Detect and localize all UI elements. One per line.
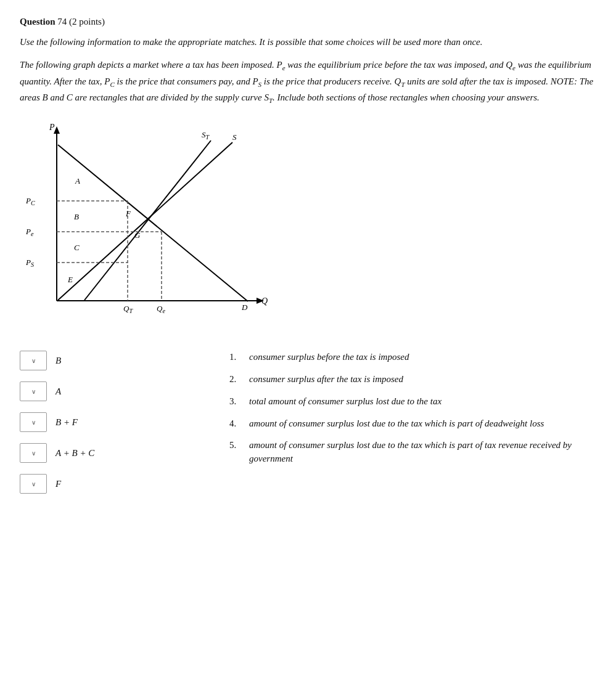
svg-text:QT: QT xyxy=(123,304,133,314)
chevron-down-icon: ∨ xyxy=(31,357,36,364)
right-item-3: 3. total amount of consumer surplus lost… xyxy=(229,395,596,409)
svg-line-6 xyxy=(58,145,248,301)
right-item-4: 4. amount of consumer surplus lost due t… xyxy=(229,417,596,431)
instructions: Use the following information to make th… xyxy=(20,35,596,49)
match-row-1: ∨ B xyxy=(20,351,217,370)
graph-container: P Q D S ST PC Pe PS xyxy=(20,119,596,333)
right-column: 1. consumer surplus before the tax is im… xyxy=(229,351,596,494)
svg-text:S: S xyxy=(232,133,237,142)
right-desc-5: amount of consumer surplus lost due to t… xyxy=(249,439,596,466)
right-desc-3: total amount of consumer surplus lost du… xyxy=(249,395,441,409)
right-item-1: 1. consumer surplus before the tax is im… xyxy=(229,351,596,364)
svg-text:G: G xyxy=(134,230,141,240)
svg-text:F: F xyxy=(125,209,131,218)
svg-text:D: D xyxy=(241,303,248,312)
dropdown-2[interactable]: ∨ xyxy=(20,381,47,401)
supply-demand-graph: P Q D S ST PC Pe PS xyxy=(20,119,279,328)
match-row-3: ∨ B + F xyxy=(20,412,217,432)
right-num-5: 5. xyxy=(229,439,243,466)
svg-text:A: A xyxy=(75,176,80,186)
chevron-down-icon-3: ∨ xyxy=(31,419,36,426)
chevron-down-icon-4: ∨ xyxy=(31,450,36,457)
svg-text:Pe: Pe xyxy=(25,227,34,237)
svg-text:Q: Q xyxy=(261,296,268,306)
right-desc-2: consumer surplus after the tax is impose… xyxy=(249,373,403,386)
svg-line-10 xyxy=(84,141,211,300)
answer-4: A + B + C xyxy=(55,446,94,460)
dropdown-3[interactable]: ∨ xyxy=(20,412,47,432)
svg-text:P: P xyxy=(49,123,55,132)
matching-section: ∨ B ∨ A ∨ B + F ∨ A + B + C xyxy=(20,351,596,494)
svg-text:E: E xyxy=(67,275,73,284)
description: The following graph depicts a market whe… xyxy=(20,57,596,107)
right-num-2: 2. xyxy=(229,373,243,386)
svg-text:Qe: Qe xyxy=(157,304,165,314)
answer-3: B + F xyxy=(55,415,78,430)
question-title: Question 74 (2 points) xyxy=(20,15,596,29)
svg-text:C: C xyxy=(74,243,80,252)
right-num-4: 4. xyxy=(229,417,243,431)
right-num-3: 3. xyxy=(229,395,243,409)
dropdown-4[interactable]: ∨ xyxy=(20,443,47,463)
svg-text:PS: PS xyxy=(25,258,34,268)
svg-text:ST: ST xyxy=(202,130,210,141)
chevron-down-icon-5: ∨ xyxy=(31,481,36,487)
left-column: ∨ B ∨ A ∨ B + F ∨ A + B + C xyxy=(20,351,229,494)
right-num-1: 1. xyxy=(229,351,243,364)
right-item-5: 5. amount of consumer surplus lost due t… xyxy=(229,439,596,466)
answer-1: B xyxy=(55,354,61,368)
match-row-5: ∨ F xyxy=(20,474,217,494)
dropdown-1[interactable]: ∨ xyxy=(20,351,47,370)
svg-text:B: B xyxy=(74,212,79,221)
match-row-2: ∨ A xyxy=(20,381,217,401)
right-desc-4: amount of consumer surplus lost due to t… xyxy=(249,417,544,431)
chevron-down-icon-2: ∨ xyxy=(31,388,36,395)
dropdown-5[interactable]: ∨ xyxy=(20,474,47,494)
answer-2: A xyxy=(55,385,61,399)
match-row-4: ∨ A + B + C xyxy=(20,443,217,463)
right-desc-1: consumer surplus before the tax is impos… xyxy=(249,351,409,364)
answer-5: F xyxy=(55,477,61,491)
svg-text:PC: PC xyxy=(25,196,35,206)
right-item-2: 2. consumer surplus after the tax is imp… xyxy=(229,373,596,386)
